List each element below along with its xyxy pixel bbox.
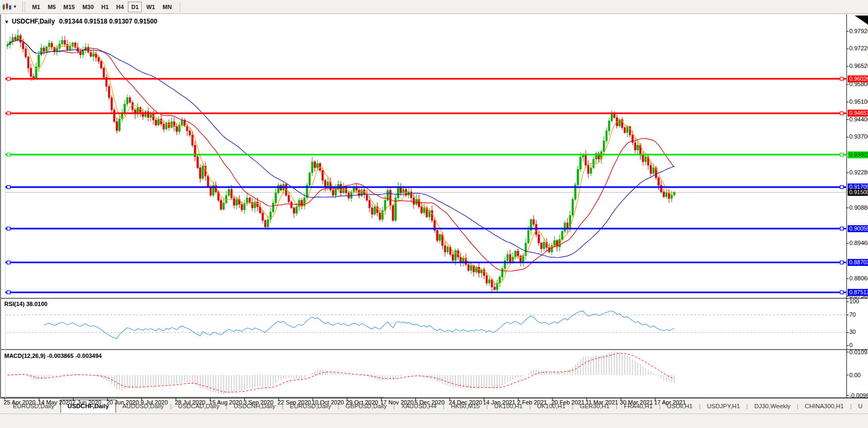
horizontal-line-0.94651[interactable] <box>5 112 846 115</box>
scroll-to-end-marker[interactable] <box>855 16 868 25</box>
price-tag-0.96026: 0.96026 <box>848 75 868 82</box>
horizontal-line-0.91709[interactable] <box>5 186 846 189</box>
toolbar-separator <box>180 2 180 12</box>
price-tag-0.87513: 0.87513 <box>848 289 868 296</box>
mt4-window: ▼ M1M5M15M30H1H4D1W1MN ▼USDCHF,Daily0.91… <box>0 0 868 428</box>
horizontal-line-0.96026[interactable] <box>5 77 846 80</box>
timeframe-button-m15[interactable]: M15 <box>60 2 78 12</box>
horizontal-line-0.90055[interactable] <box>5 227 846 230</box>
horizontal-line-0.93001[interactable] <box>5 153 846 156</box>
horizontal-line-0.87513[interactable] <box>5 291 846 294</box>
horizontal-line-0.88703[interactable] <box>5 261 846 264</box>
ma-mid-line <box>7 40 674 271</box>
timeframe-button-mn[interactable]: MN <box>159 2 175 12</box>
collapse-arrow-icon[interactable]: ▼ <box>4 19 9 25</box>
toolbar-grip[interactable] <box>22 2 25 12</box>
price-tag-0.94651: 0.94651 <box>848 110 868 117</box>
chart-ohlc-values: 0.91344 0.91518 0.91307 0.91500 <box>59 18 158 25</box>
timeframe-button-w1[interactable]: W1 <box>143 2 158 12</box>
current-price-tag: 0.91500 <box>848 189 868 196</box>
chart-canvas[interactable] <box>1 14 868 428</box>
price-tag-0.90055: 0.90055 <box>848 225 868 232</box>
ma-fast-line <box>7 39 674 284</box>
macd-signal-line <box>7 354 674 393</box>
price-tag-0.93001: 0.93001 <box>848 151 868 158</box>
timeframe-button-m5[interactable]: M5 <box>44 2 59 12</box>
timeframe-button-m1[interactable]: M1 <box>29 2 43 12</box>
chart-window: ▼USDCHF,Daily0.91344 0.91518 0.91307 0.9… <box>0 14 868 428</box>
chevron-down-icon[interactable]: ▼ <box>13 4 17 9</box>
rsi-label: RSI(14) 38.0100 <box>4 301 48 307</box>
price-tag-0.88703: 0.88703 <box>848 259 868 266</box>
candlestick-chart-icon[interactable] <box>2 3 12 11</box>
timeframe-button-m30[interactable]: M30 <box>79 2 97 12</box>
chart-symbol-period: USDCHF,Daily <box>12 18 55 25</box>
timeframe-button-h4[interactable]: H4 <box>113 2 127 12</box>
timeframe-toolbar: ▼ M1M5M15M30H1H4D1W1MN <box>0 0 868 14</box>
timeframe-button-h1[interactable]: H1 <box>98 2 112 12</box>
chart-legend: ▼USDCHF,Daily0.91344 0.91518 0.91307 0.9… <box>4 18 157 25</box>
timeframe-button-d1[interactable]: D1 <box>128 2 142 12</box>
macd-label: MACD(12,26,9) -0.003865 -0.003494 <box>4 353 102 359</box>
